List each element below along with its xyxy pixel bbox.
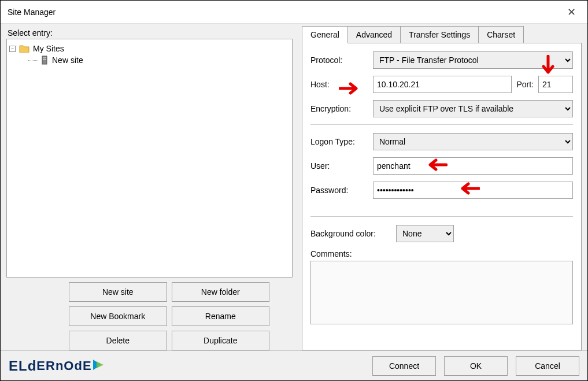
new-folder-button[interactable]: New folder: [172, 282, 270, 302]
comments-label: Comments:: [310, 249, 368, 258]
password-input[interactable]: [373, 182, 573, 199]
delete-button[interactable]: Delete: [69, 331, 167, 350]
general-tab-body: Protocol: FTP - File Transfer Protocol H…: [302, 43, 582, 350]
main-area: Select entry: − My Sites New site: [1, 24, 587, 350]
host-label: Host:: [310, 80, 368, 89]
rename-button[interactable]: Rename: [172, 306, 270, 326]
tab-charset[interactable]: Charset: [479, 26, 524, 43]
logon-type-label: Logon Type:: [310, 137, 368, 146]
bgcolor-select[interactable]: None: [396, 225, 454, 242]
cancel-button[interactable]: Cancel: [516, 356, 579, 376]
tab-general[interactable]: General: [302, 26, 348, 43]
user-input[interactable]: [373, 157, 573, 175]
port-label: Port:: [516, 80, 534, 89]
svg-rect-1: [43, 57, 46, 58]
tab-advanced[interactable]: Advanced: [348, 26, 401, 43]
divider-2: [310, 216, 573, 217]
bottom-bar: ELdERnOdE Connect OK Cancel: [1, 350, 587, 380]
protocol-label: Protocol:: [310, 56, 368, 65]
logon-type-select[interactable]: Normal: [373, 133, 573, 150]
right-panel: General Advanced Transfer Settings Chars…: [298, 26, 587, 350]
svg-marker-4: [97, 361, 103, 368]
bgcolor-label: Background color:: [310, 229, 391, 238]
left-panel: Select entry: − My Sites New site: [1, 26, 298, 350]
user-label: User:: [310, 161, 368, 171]
tree-root-label: My Sites: [33, 44, 64, 53]
encryption-label: Encryption:: [310, 104, 368, 113]
tabstrip: General Advanced Transfer Settings Chars…: [302, 26, 582, 43]
select-entry-label: Select entry:: [8, 28, 293, 38]
divider: [310, 124, 573, 125]
logo-triangle-icon: [93, 360, 105, 370]
eldernode-logo: ELdERnOdE: [9, 358, 364, 374]
host-input[interactable]: [373, 76, 512, 93]
site-manager-window: Site Manager ✕ Select entry: − My Sites: [0, 0, 588, 381]
connect-button[interactable]: Connect: [372, 356, 436, 376]
server-icon: [40, 56, 49, 65]
close-icon[interactable]: ✕: [563, 3, 580, 21]
new-bookmark-button[interactable]: New Bookmark: [69, 306, 167, 326]
duplicate-button[interactable]: Duplicate: [172, 331, 270, 350]
tree-connector: [28, 60, 38, 61]
svg-rect-2: [43, 59, 46, 60]
folder-icon: [19, 45, 29, 53]
titlebar: Site Manager ✕: [1, 1, 587, 24]
tree-root-my-sites[interactable]: − My Sites: [9, 43, 290, 54]
encryption-select[interactable]: Use explicit FTP over TLS if available: [373, 100, 573, 117]
tab-transfer-settings[interactable]: Transfer Settings: [401, 26, 479, 43]
entry-buttons: New site New folder New Bookmark Rename …: [6, 282, 293, 350]
tree-item-new-site[interactable]: New site: [28, 54, 290, 66]
password-label: Password:: [310, 186, 368, 195]
entry-tree[interactable]: − My Sites New site: [6, 39, 293, 278]
protocol-select[interactable]: FTP - File Transfer Protocol: [373, 51, 573, 69]
tree-collapse-icon[interactable]: −: [9, 46, 16, 52]
tree-item-label: New site: [52, 56, 83, 65]
ok-button[interactable]: OK: [444, 356, 508, 376]
port-input[interactable]: [538, 76, 573, 93]
window-title: Site Manager: [8, 8, 563, 17]
comments-textarea[interactable]: [310, 261, 573, 324]
new-site-button[interactable]: New site: [69, 282, 167, 302]
